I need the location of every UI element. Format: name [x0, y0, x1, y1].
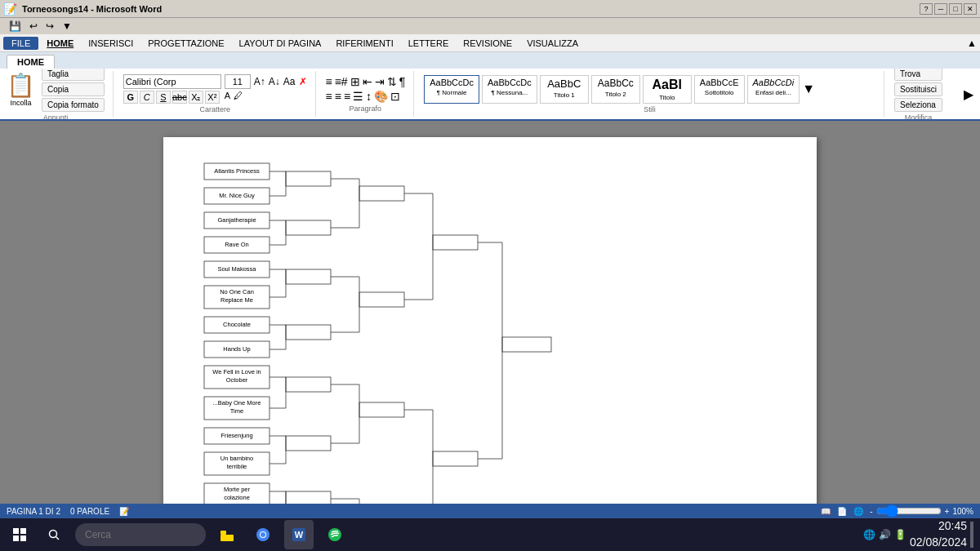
font-family-input[interactable] [123, 74, 221, 89]
minimize-button[interactable]: ─ [934, 3, 947, 15]
cut-button[interactable]: Taglia [42, 69, 105, 81]
zoom-in-button[interactable]: + [945, 507, 950, 516]
svg-text:...Baby One More: ...Baby One More [213, 399, 261, 407]
bracket-svg: Atlantis Princess Mr. Nice Guy Ganjather… [196, 162, 539, 504]
track-changes-icon[interactable]: 📝 [119, 507, 129, 516]
font-group: A↑ A↓ Aa ✗ G C S abc X₂ X² A 🖊 Carattere [123, 71, 316, 117]
multilevel-button[interactable]: ⊞ [350, 75, 360, 88]
align-left-button[interactable]: ≡ [326, 90, 332, 103]
read-mode-button[interactable]: 📖 [821, 507, 831, 516]
menu-layout[interactable]: LAYOUT DI PAGINA [233, 37, 328, 50]
font-size-input[interactable] [225, 74, 251, 89]
case-button[interactable]: Aa [283, 76, 296, 87]
italic-button[interactable]: C [140, 91, 154, 104]
justify-button[interactable]: ☰ [353, 90, 363, 103]
copy-button[interactable]: Copia [42, 82, 105, 96]
borders-button[interactable]: ⊡ [390, 90, 400, 103]
svg-rect-98 [20, 528, 26, 534]
styles-expand-button[interactable]: ▼ [802, 75, 815, 104]
zoom-slider[interactable] [876, 504, 942, 518]
svg-rect-41 [286, 220, 331, 235]
svg-rect-85 [433, 235, 478, 250]
network-icon[interactable]: 🌐 [863, 529, 875, 540]
help-button[interactable]: ? [920, 3, 933, 15]
web-layout-button[interactable]: 🌐 [853, 507, 863, 516]
style-subtitle[interactable]: AaBbCcESottotitolo [694, 75, 745, 104]
strikethrough-button[interactable]: abc [172, 91, 187, 104]
close-button[interactable]: ✕ [964, 3, 977, 15]
zoom-level[interactable]: 100% [952, 507, 973, 516]
shading-button[interactable]: 🎨 [374, 90, 388, 103]
style-emphasis[interactable]: AaBbCcDiEnfasi deli... [747, 75, 800, 104]
bracket-container: Atlantis Princess Mr. Nice Guy Ganjather… [196, 162, 784, 504]
svg-rect-77 [359, 402, 404, 417]
paste-icon[interactable]: 📋 [7, 72, 35, 99]
clear-format-button[interactable]: ✗ [299, 76, 307, 87]
zoom-out-button[interactable]: - [870, 507, 872, 516]
decrease-font-button[interactable]: A↓ [269, 76, 280, 87]
show-marks-button[interactable]: ¶ [399, 75, 406, 88]
align-right-button[interactable]: ≡ [344, 90, 350, 103]
increase-indent-button[interactable]: ⇥ [375, 75, 385, 88]
menu-inserisci[interactable]: INSERISCI [82, 37, 140, 50]
find-button[interactable]: Trova [894, 69, 942, 81]
menu-riferimenti[interactable]: RIFERIMENTI [329, 37, 399, 50]
menu-visualizza[interactable]: VISUALIZZA [520, 37, 585, 50]
align-center-button[interactable]: ≡ [335, 90, 341, 103]
menu-file[interactable]: FILE [3, 37, 38, 50]
style-no-space[interactable]: AaBbCcDc¶ Nessuna... [482, 75, 537, 104]
taskbar-chrome[interactable] [248, 520, 278, 549]
status-right: 📖 📄 🌐 - + 100% [821, 504, 973, 518]
format-painter-button[interactable]: Copia formato [42, 98, 105, 112]
line-spacing-button[interactable]: ↕ [366, 90, 372, 103]
print-layout-button[interactable]: 📄 [837, 507, 847, 516]
taskbar-explorer[interactable] [212, 520, 242, 549]
style-title[interactable]: AaBlTitolo [643, 75, 692, 104]
style-title1[interactable]: AaBbCTitolo 1 [540, 75, 589, 104]
ribbon-collapse-button[interactable]: ▲ [967, 38, 977, 49]
select-button[interactable]: Seleziona [894, 98, 942, 112]
taskbar-search-input[interactable] [75, 523, 206, 546]
clipboard-group: 📋 Incolla Taglia Copia Copia formato App… [7, 71, 114, 117]
subscript-button[interactable]: X₂ [189, 91, 203, 104]
highlight-button[interactable]: 🖊 [234, 91, 243, 104]
tab-home[interactable]: HOME [7, 55, 55, 69]
menu-home[interactable]: HOME [40, 37, 80, 50]
menu-revisione[interactable]: REVISIONE [457, 37, 519, 50]
svg-text:Chocolate: Chocolate [223, 321, 251, 328]
style-title2[interactable]: AaBbCcTitolo 2 [591, 75, 640, 104]
font-label: Carattere [123, 105, 307, 113]
ribbon-scroll-right[interactable]: ▶ [964, 87, 973, 102]
svg-rect-97 [13, 528, 19, 534]
redo-qat-button[interactable]: ↪ [43, 20, 56, 33]
superscript-button[interactable]: X² [205, 91, 220, 104]
decrease-indent-button[interactable]: ⇤ [363, 75, 372, 88]
restore-button[interactable]: □ [949, 3, 962, 15]
increase-font-button[interactable]: A↑ [254, 76, 265, 87]
show-desktop-button[interactable] [970, 522, 973, 548]
numbering-button[interactable]: ≡# [335, 75, 348, 88]
undo-qat-button[interactable]: ↩ [27, 20, 40, 33]
sort-button[interactable]: ⇅ [387, 75, 397, 88]
taskbar-spotify[interactable] [320, 520, 350, 549]
status-left: PAGINA 1 DI 2 0 PAROLE 📝 [7, 507, 129, 516]
search-taskbar[interactable] [39, 520, 69, 549]
menu-lettere[interactable]: LETTERE [402, 37, 456, 50]
svg-line-102 [56, 537, 60, 540]
customize-qat-button[interactable]: ▼ [60, 20, 74, 33]
save-qat-button[interactable]: 💾 [7, 20, 24, 33]
battery-icon[interactable]: 🔋 [894, 529, 906, 540]
font-color-button[interactable]: A [225, 91, 230, 104]
replace-button[interactable]: Sostituisci [894, 82, 942, 96]
bullets-button[interactable]: ≡ [326, 75, 332, 88]
bold-button[interactable]: G [123, 91, 138, 104]
svg-point-107 [261, 532, 265, 537]
volume-icon[interactable]: 🔊 [879, 529, 891, 540]
start-button[interactable] [7, 522, 33, 548]
menu-progettazione[interactable]: PROGETTAZIONE [141, 37, 230, 50]
paragraph-group: ≡ ≡# ⊞ ⇤ ⇥ ⇅ ¶ ≡ ≡ ≡ ☰ ↕ 🎨 ⊡ Paragrafo [326, 71, 415, 117]
clock[interactable]: 20:45 02/08/2024 [910, 518, 967, 550]
underline-button[interactable]: S [156, 91, 171, 104]
taskbar-word[interactable]: W [284, 520, 314, 549]
style-normal[interactable]: AaBbCcDc¶ Normale [424, 75, 479, 104]
